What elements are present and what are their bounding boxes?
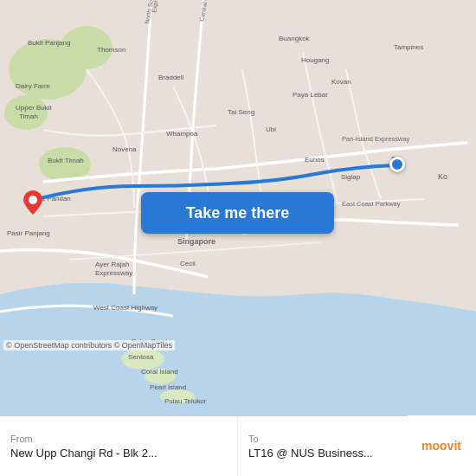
origin-section: From New Upp Changi Rd - Blk 2...	[0, 416, 238, 476]
svg-text:Pulau Telukor: Pulau Telukor	[164, 397, 207, 405]
svg-text:Upper Bukit: Upper Bukit	[16, 104, 53, 112]
destination-marker	[389, 157, 405, 172]
svg-text:Tai Seng: Tai Seng	[228, 108, 254, 116]
svg-text:Bukit Panjang: Bukit Panjang	[28, 39, 70, 47]
svg-text:Ayer Rajah: Ayer Rajah	[95, 261, 129, 268]
svg-text:Tampines: Tampines	[394, 43, 423, 51]
svg-text:Timah: Timah	[19, 113, 38, 120]
svg-text:East Coast Parkway: East Coast Parkway	[342, 200, 401, 208]
svg-text:Whampoa: Whampoa	[166, 130, 198, 138]
svg-text:Siglap: Siglap	[341, 173, 361, 181]
svg-text:Pan-Island Expressway: Pan-Island Expressway	[342, 135, 410, 143]
svg-text:Braddell: Braddell	[158, 74, 184, 81]
svg-text:Hougang: Hougang	[301, 56, 329, 64]
map-container: Bukit Panjang Dairy Farm Upper Bukit Tim…	[0, 0, 476, 415]
svg-text:Expressway: Expressway	[95, 269, 132, 277]
origin-marker	[23, 190, 42, 215]
origin-label: From	[10, 434, 227, 444]
svg-text:Thomson: Thomson	[97, 46, 125, 54]
svg-text:Singapore: Singapore	[177, 237, 215, 246]
svg-text:Sentosa: Sentosa	[128, 353, 154, 361]
take-me-there-button[interactable]: Take me there	[141, 192, 334, 234]
svg-text:Bukit Timah: Bukit Timah	[48, 157, 84, 164]
moovit-logo: moovit	[407, 415, 476, 476]
svg-text:Kovan: Kovan	[331, 78, 351, 86]
svg-text:Pasir Panjang: Pasir Panjang	[7, 229, 50, 237]
svg-text:Pearl Island: Pearl Island	[150, 383, 186, 391]
svg-point-45	[29, 196, 37, 204]
svg-text:Coral Island: Coral Island	[141, 368, 178, 376]
svg-text:Paya Lebar: Paya Lebar	[293, 91, 328, 99]
svg-text:Cecil: Cecil	[180, 260, 196, 267]
map-attribution: © OpenStreetMap contributors © OpenMapTi…	[3, 340, 175, 351]
svg-text:Eunos: Eunos	[305, 156, 325, 164]
moovit-text: moovit	[421, 439, 461, 453]
origin-value: New Upp Changi Rd - Blk 2...	[10, 447, 227, 460]
svg-text:Buangkok: Buangkok	[279, 35, 311, 42]
svg-text:Novena: Novena	[113, 145, 137, 153]
svg-text:Ko: Ko	[438, 172, 447, 181]
svg-text:Dairy Farm: Dairy Farm	[16, 82, 50, 90]
svg-text:Ubi: Ubi	[266, 125, 276, 133]
bottom-bar: From New Upp Changi Rd - Blk 2... To LT1…	[0, 415, 476, 476]
svg-text:West Coast Highway: West Coast Highway	[93, 304, 158, 312]
